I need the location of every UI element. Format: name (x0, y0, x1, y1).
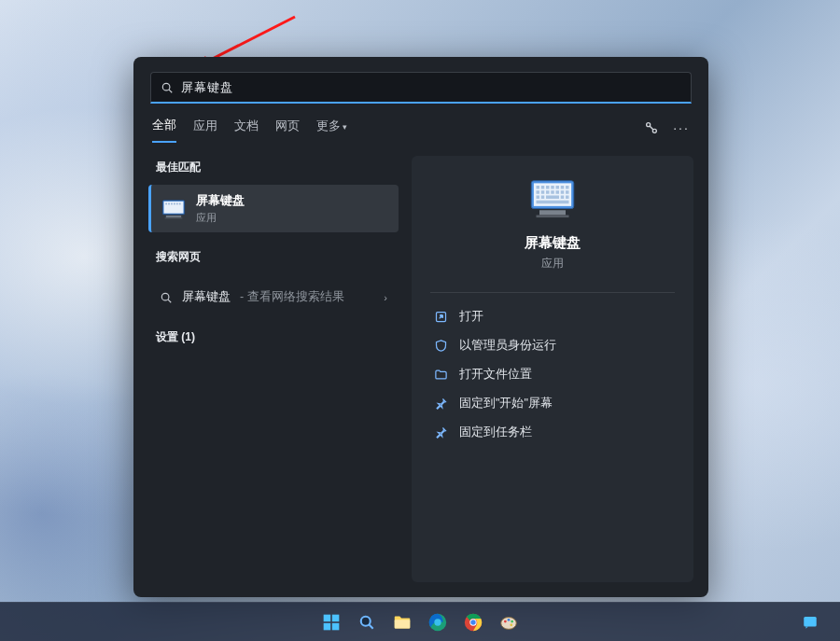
svg-point-4 (162, 83, 170, 91)
chevron-right-icon: › (384, 292, 387, 303)
shield-icon (434, 339, 448, 353)
taskbar-file-explorer[interactable] (387, 607, 417, 637)
best-match-title: 屏幕键盘 (196, 192, 245, 209)
action-open-file-location[interactable]: 打开文件位置 (425, 360, 680, 389)
svg-rect-39 (561, 196, 565, 200)
svg-rect-46 (332, 614, 340, 621)
onscreen-keyboard-icon (161, 196, 187, 222)
action-pin-to-taskbar-label: 固定到任务栏 (459, 425, 532, 440)
best-match-subtitle: 应用 (196, 211, 245, 225)
search-icon (161, 81, 174, 94)
taskbar-paint[interactable] (494, 607, 524, 637)
search-input[interactable] (181, 80, 681, 94)
svg-rect-38 (546, 196, 559, 200)
svg-rect-45 (324, 614, 331, 621)
svg-rect-37 (541, 196, 545, 200)
tab-apps[interactable]: 应用 (193, 114, 217, 142)
taskbar (0, 602, 840, 641)
detail-title: 屏幕键盘 (525, 234, 581, 252)
best-match-item[interactable]: 屏幕键盘 应用 (148, 185, 399, 232)
svg-point-53 (434, 619, 441, 625)
open-icon (434, 310, 448, 324)
web-search-term: 屏幕键盘 (182, 289, 231, 305)
svg-line-5 (169, 90, 172, 92)
svg-rect-35 (566, 190, 569, 194)
search-icon (160, 291, 173, 304)
svg-rect-26 (556, 186, 560, 189)
svg-point-58 (504, 620, 507, 622)
svg-rect-16 (176, 202, 178, 204)
svg-line-19 (168, 300, 171, 302)
svg-rect-43 (537, 216, 569, 218)
svg-line-50 (370, 624, 373, 628)
best-match-label: 最佳匹配 (148, 156, 399, 185)
action-open-label: 打开 (459, 309, 483, 325)
filter-tabs: 全部 应用 文档 网页 更多▾ ··· (133, 104, 708, 143)
detail-subtitle: 应用 (541, 256, 564, 272)
action-run-as-admin-label: 以管理员身份运行 (459, 338, 556, 354)
svg-rect-15 (174, 202, 175, 204)
svg-rect-12 (165, 202, 167, 204)
more-options-icon[interactable]: ··· (673, 119, 690, 136)
search-web-label: 搜索网页 (148, 245, 399, 274)
onscreen-keyboard-icon-large (526, 173, 579, 225)
pin-icon (434, 397, 448, 411)
action-open-file-location-label: 打开文件位置 (459, 367, 532, 383)
results-column: 最佳匹配 屏幕键盘 应用 搜索网页 (148, 156, 399, 582)
svg-rect-40 (566, 196, 569, 200)
svg-rect-33 (556, 190, 560, 194)
folder-icon (434, 368, 448, 382)
tab-more[interactable]: 更多▾ (316, 114, 347, 142)
action-pin-to-start-label: 固定到"开始"屏幕 (459, 396, 553, 411)
tab-documents[interactable]: 文档 (234, 114, 259, 142)
detail-pane: 屏幕键盘 应用 打开 以管理员身份运行 打开文件位置 (412, 156, 693, 582)
svg-point-60 (511, 620, 513, 622)
action-pin-to-taskbar[interactable]: 固定到任务栏 (425, 418, 680, 447)
svg-point-59 (508, 618, 511, 620)
svg-rect-13 (168, 202, 170, 204)
taskbar-edge[interactable] (423, 607, 453, 637)
action-open[interactable]: 打开 (425, 302, 680, 331)
svg-rect-11 (165, 217, 183, 218)
action-pin-to-start[interactable]: 固定到"开始"屏幕 (425, 389, 680, 418)
svg-rect-48 (332, 622, 340, 630)
connector-icon[interactable] (643, 119, 660, 136)
svg-rect-25 (551, 186, 554, 189)
svg-rect-41 (537, 201, 569, 204)
web-search-suffix: - 查看网络搜索结果 (240, 289, 344, 305)
tab-web[interactable]: 网页 (275, 114, 300, 142)
taskbar-chrome[interactable] (458, 607, 488, 637)
svg-rect-10 (166, 216, 181, 217)
start-search-panel: 全部 应用 文档 网页 更多▾ ··· 最佳匹配 (133, 57, 708, 597)
svg-rect-32 (551, 190, 554, 194)
svg-rect-42 (539, 210, 566, 215)
tab-all[interactable]: 全部 (152, 113, 176, 143)
svg-rect-30 (541, 190, 545, 194)
settings-section-label: 设置 (1) (148, 314, 399, 351)
action-run-as-admin[interactable]: 以管理员身份运行 (425, 331, 680, 360)
taskbar-search-button[interactable] (352, 607, 382, 637)
svg-rect-22 (537, 186, 540, 189)
svg-rect-51 (395, 620, 411, 628)
svg-rect-17 (179, 202, 181, 204)
separator (430, 292, 675, 293)
svg-point-18 (161, 293, 169, 300)
svg-rect-24 (546, 186, 550, 189)
pin-icon (434, 425, 448, 439)
web-search-item[interactable]: 屏幕键盘 - 查看网络搜索结果 › (148, 280, 399, 314)
taskbar-start-button[interactable] (316, 607, 346, 637)
svg-point-61 (510, 623, 512, 626)
svg-point-56 (470, 620, 476, 625)
svg-rect-34 (561, 190, 565, 194)
svg-point-49 (361, 616, 371, 625)
svg-rect-62 (804, 617, 817, 627)
svg-rect-47 (324, 622, 331, 630)
svg-rect-27 (561, 186, 565, 189)
svg-rect-36 (537, 196, 540, 200)
svg-rect-29 (537, 190, 540, 194)
taskbar-notification-button[interactable] (795, 607, 825, 637)
svg-rect-14 (171, 202, 173, 204)
search-box[interactable] (150, 72, 692, 104)
svg-rect-31 (546, 190, 550, 194)
svg-rect-28 (566, 186, 569, 189)
